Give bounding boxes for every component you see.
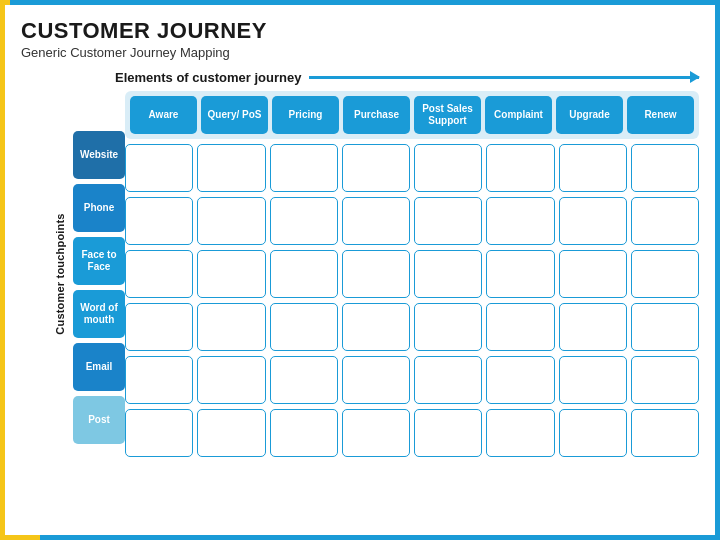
page-content: CUSTOMER JOURNEY Generic Customer Journe…	[5, 5, 715, 535]
vertical-label: Customer touchpoints	[54, 214, 66, 335]
cell-2-5[interactable]	[486, 250, 554, 298]
vertical-label-wrapper: Customer touchpoints	[51, 91, 69, 457]
cell-5-3[interactable]	[342, 409, 410, 457]
cell-3-7[interactable]	[631, 303, 699, 351]
cell-4-3[interactable]	[342, 356, 410, 404]
row-labels: WebsitePhoneFace to FaceWord of mouthEma…	[73, 131, 125, 457]
columns-and-grid: AwareQuery/ PoSPricingPurchasePost Sales…	[125, 91, 699, 457]
data-row-3	[125, 303, 699, 351]
data-row-0	[125, 144, 699, 192]
data-rows	[125, 144, 699, 457]
cell-1-3[interactable]	[342, 197, 410, 245]
cell-0-7[interactable]	[631, 144, 699, 192]
data-row-1	[125, 197, 699, 245]
cell-5-2[interactable]	[270, 409, 338, 457]
row-label-0: Website	[73, 131, 125, 179]
cell-1-5[interactable]	[486, 197, 554, 245]
cell-3-2[interactable]	[270, 303, 338, 351]
cell-1-2[interactable]	[270, 197, 338, 245]
main-title: CUSTOMER JOURNEY	[21, 19, 699, 43]
cell-3-1[interactable]	[197, 303, 265, 351]
cell-4-4[interactable]	[414, 356, 482, 404]
row-label-1: Phone	[73, 184, 125, 232]
cell-5-5[interactable]	[486, 409, 554, 457]
cell-3-3[interactable]	[342, 303, 410, 351]
cell-2-2[interactable]	[270, 250, 338, 298]
cell-5-6[interactable]	[559, 409, 627, 457]
diagram-area: Elements of customer journey Customer to…	[51, 70, 699, 457]
cell-3-4[interactable]	[414, 303, 482, 351]
cell-0-6[interactable]	[559, 144, 627, 192]
cell-2-1[interactable]	[197, 250, 265, 298]
col-header-5: Complaint	[485, 96, 552, 134]
cell-1-0[interactable]	[125, 197, 193, 245]
cell-5-4[interactable]	[414, 409, 482, 457]
data-row-5	[125, 409, 699, 457]
col-header-7: Renew	[627, 96, 694, 134]
cell-2-4[interactable]	[414, 250, 482, 298]
col-header-1: Query/ PoS	[201, 96, 268, 134]
journey-header-label: Elements of customer journey	[115, 70, 301, 85]
col-headers: AwareQuery/ PoSPricingPurchasePost Sales…	[125, 91, 699, 139]
cell-0-0[interactable]	[125, 144, 193, 192]
cell-5-0[interactable]	[125, 409, 193, 457]
cell-4-7[interactable]	[631, 356, 699, 404]
cell-4-5[interactable]	[486, 356, 554, 404]
cell-1-6[interactable]	[559, 197, 627, 245]
cell-2-0[interactable]	[125, 250, 193, 298]
row-label-5: Post	[73, 396, 125, 444]
col-header-3: Purchase	[343, 96, 410, 134]
cell-2-3[interactable]	[342, 250, 410, 298]
cell-3-5[interactable]	[486, 303, 554, 351]
cell-4-0[interactable]	[125, 356, 193, 404]
cell-4-6[interactable]	[559, 356, 627, 404]
row-label-3: Word of mouth	[73, 290, 125, 338]
col-header-4: Post Sales Support	[414, 96, 481, 134]
cell-1-4[interactable]	[414, 197, 482, 245]
row-label-4: Email	[73, 343, 125, 391]
cell-0-3[interactable]	[342, 144, 410, 192]
border-bottom	[0, 535, 720, 540]
data-row-4	[125, 356, 699, 404]
cell-1-1[interactable]	[197, 197, 265, 245]
col-header-0: Aware	[130, 96, 197, 134]
cell-3-6[interactable]	[559, 303, 627, 351]
col-header-6: Upgrade	[556, 96, 623, 134]
cell-5-7[interactable]	[631, 409, 699, 457]
col-header-2: Pricing	[272, 96, 339, 134]
cell-4-1[interactable]	[197, 356, 265, 404]
sub-title: Generic Customer Journey Mapping	[21, 45, 699, 60]
journey-header: Elements of customer journey	[115, 70, 699, 85]
border-right	[715, 5, 720, 535]
grid-container: Customer touchpoints WebsitePhoneFace to…	[51, 91, 699, 457]
cell-0-4[interactable]	[414, 144, 482, 192]
row-label-2: Face to Face	[73, 237, 125, 285]
cell-1-7[interactable]	[631, 197, 699, 245]
cell-5-1[interactable]	[197, 409, 265, 457]
cell-2-6[interactable]	[559, 250, 627, 298]
data-row-2	[125, 250, 699, 298]
cell-2-7[interactable]	[631, 250, 699, 298]
cell-0-5[interactable]	[486, 144, 554, 192]
cell-3-0[interactable]	[125, 303, 193, 351]
cell-0-2[interactable]	[270, 144, 338, 192]
cell-4-2[interactable]	[270, 356, 338, 404]
cell-0-1[interactable]	[197, 144, 265, 192]
journey-arrow	[309, 76, 699, 79]
